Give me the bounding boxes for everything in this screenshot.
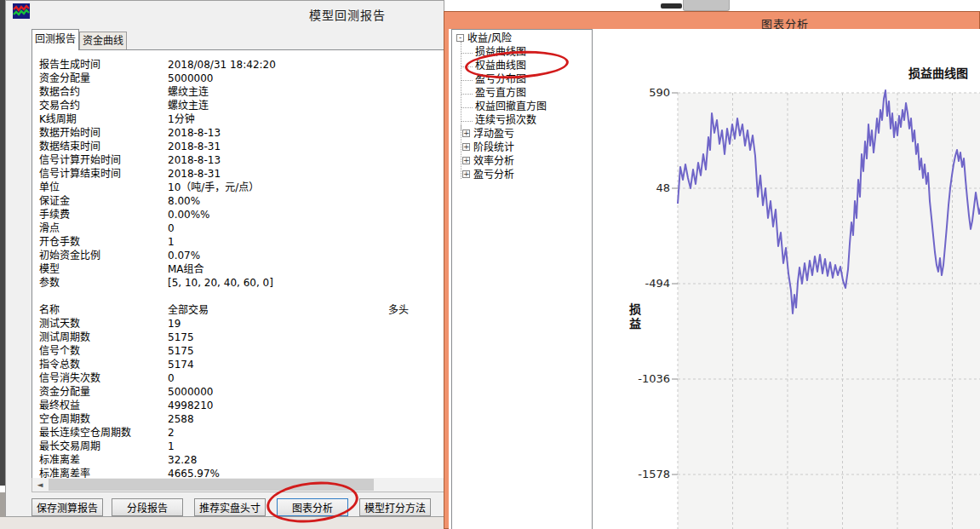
report-field-value: 2588 xyxy=(168,413,194,425)
report-field-value: 螺纹主连 xyxy=(168,83,209,98)
report-row: 数据开始时间2018-8-13 xyxy=(39,124,447,138)
report-field-value: 8.00% xyxy=(168,195,200,207)
report-row: 最终权益4998210 xyxy=(39,397,447,411)
report-field-label: 指令总数 xyxy=(39,356,168,371)
report-row: 最长连续空仓周期数2 xyxy=(39,424,447,438)
report-field-value: 5174 xyxy=(168,359,194,371)
report-field-value: 2018-8-31 xyxy=(168,168,221,180)
chart-analysis-window: 图表分析 -收益/风险损益曲线图权益曲线图盈亏分布图盈亏直方图权益回撤直方图连续… xyxy=(444,11,980,529)
report-field-value: 全部交易 xyxy=(168,302,209,316)
analysis-tree[interactable]: -收益/风险损益曲线图权益曲线图盈亏分布图盈亏直方图权益回撤直方图连续亏损次数+… xyxy=(451,29,593,529)
report-field-value: 0 xyxy=(168,222,175,234)
report-field-label: K线周期 xyxy=(39,111,168,125)
report-field-value: 2018-8-31 xyxy=(168,141,221,152)
report-field-value: [5, 10, 20, 40, 60, 0] xyxy=(168,277,273,289)
report-field-label: 最长交易周期 xyxy=(39,438,168,452)
tree-expand-icon[interactable]: + xyxy=(462,157,470,164)
horizontal-scrollbar[interactable]: ◄ xyxy=(32,478,448,492)
report-field-value: 1 xyxy=(168,440,175,452)
tree-item-collapsed[interactable]: 盈亏分析 xyxy=(473,169,514,181)
tree-connector xyxy=(461,42,461,130)
report-field-label: 标准离差率 xyxy=(39,465,168,479)
report-row: 单位10（吨/手，元/点） xyxy=(39,179,447,193)
plot-area xyxy=(678,93,980,529)
report-row: 空仓周期数2588 xyxy=(39,411,447,424)
report-field-label: 信号计算开始时间 xyxy=(39,152,168,166)
tree-connector xyxy=(461,94,473,95)
report-row: K线周期1分钟 xyxy=(39,111,447,124)
report-field-label: 资金分配量 xyxy=(39,383,168,398)
tree-item-child[interactable]: 连续亏损次数 xyxy=(475,114,536,127)
window-title: 模型回测报告 xyxy=(309,6,386,23)
report-field-value: 螺纹主连 xyxy=(168,97,209,112)
save-report-button[interactable]: 保存测算报告 xyxy=(32,498,103,516)
report-field-value: 0.07% xyxy=(168,250,200,262)
report-field-label: 保证金 xyxy=(39,193,168,207)
report-row: 手续费0.00%% xyxy=(39,206,447,220)
report-field-label: 信号个数 xyxy=(39,342,168,357)
tree-item-collapsed[interactable]: 阶段统计 xyxy=(473,141,514,154)
report-field-label: 最终权益 xyxy=(39,397,168,411)
report-row: 信号计算结束时间2018-8-31 xyxy=(39,165,447,179)
report-row: 指令总数5174 xyxy=(39,356,447,370)
report-field-value: 2018/08/31 18:42:20 xyxy=(168,59,276,71)
report-field-value: 10（吨/手，元/点） xyxy=(168,179,259,193)
tree-expand-icon[interactable]: + xyxy=(462,143,470,151)
report-field-value: 2018-8-13 xyxy=(168,127,221,139)
report-field-label: 测试天数 xyxy=(39,315,168,330)
report-row: 信号消失次数0 xyxy=(39,370,447,383)
report-field-value: 32.28 xyxy=(168,454,197,466)
window-control-fragment[interactable] xyxy=(683,0,730,11)
backtest-report-window: 模型回测报告 回测报告 资金曲线 报告生成时间2018/08/31 18:42:… xyxy=(5,0,444,517)
screen: 模型回测报告 回测报告 资金曲线 报告生成时间2018/08/31 18:42:… xyxy=(0,0,980,529)
tree-connector xyxy=(461,121,473,122)
report-field-label: 信号计算结束时间 xyxy=(39,165,168,180)
report-field-label: 数据合约 xyxy=(39,83,168,98)
model-scoring-button[interactable]: 模型打分方法 xyxy=(359,498,431,516)
report-row: 开仓手数1 xyxy=(39,233,447,247)
tree-item-child[interactable]: 盈亏直方图 xyxy=(475,87,526,100)
report-row: 数据合约螺纹主连 xyxy=(39,83,447,97)
report-row: 测试周期数5175 xyxy=(39,329,447,342)
tree-collapse-icon[interactable]: - xyxy=(456,34,464,42)
tree-item-root[interactable]: 收益/风险 xyxy=(467,32,512,45)
report-field-value: 0 xyxy=(168,372,175,384)
report-field-value: 4998210 xyxy=(168,400,213,411)
tree-connector xyxy=(461,124,461,179)
report-row: 信号个数5175 xyxy=(39,342,447,356)
tab-equity-curve[interactable]: 资金曲线 xyxy=(79,32,127,50)
report-row: 滑点0 xyxy=(39,220,447,233)
report-field-value: 5175 xyxy=(168,345,194,357)
report-field-value: 0.00%% xyxy=(168,209,210,221)
tree-item-collapsed[interactable]: 效率分析 xyxy=(473,155,514,168)
report-row: 资金分配量5000000 xyxy=(39,70,447,83)
report-field-label: 手续费 xyxy=(39,206,168,221)
tree-connector xyxy=(461,53,473,54)
report-field-label: 数据开始时间 xyxy=(39,124,168,139)
report-field-label: 标准离差 xyxy=(39,451,168,466)
scroll-left-arrow-icon[interactable]: ◄ xyxy=(33,479,47,491)
tree-item-collapsed[interactable]: 浮动盈亏 xyxy=(473,128,514,141)
chart-lines-icon xyxy=(13,3,30,19)
tree-expand-icon[interactable]: + xyxy=(462,129,470,137)
minimize-icon[interactable] xyxy=(661,3,682,9)
report-field-label: 测试周期数 xyxy=(39,329,168,343)
tree-expand-icon[interactable]: + xyxy=(462,170,470,178)
profit-loss-curve-chart[interactable] xyxy=(597,46,980,529)
segment-report-button[interactable]: 分段报告 xyxy=(112,498,183,516)
report-field-label: 开仓手数 xyxy=(39,233,168,248)
report-row: 资金分配量5000000 xyxy=(39,383,447,397)
report-field-label: 名称 xyxy=(39,302,168,316)
tree-connector xyxy=(461,80,473,81)
backtest-titlebar[interactable]: 模型回测报告 xyxy=(6,1,444,25)
report-field-label: 参数 xyxy=(39,274,168,289)
report-row: 初始资金比例0.07% xyxy=(39,247,447,261)
tree-connector xyxy=(461,107,473,108)
recommend-position-button[interactable]: 推荐实盘头寸 xyxy=(194,498,266,516)
report-row xyxy=(39,288,447,302)
tree-item-child[interactable]: 权益回撤直方图 xyxy=(475,101,547,113)
report-row: 标准离差率4665.97% xyxy=(39,465,447,479)
report-row: 报告生成时间2018/08/31 18:42:20 xyxy=(39,56,447,70)
report-panel[interactable]: 报告生成时间2018/08/31 18:42:20资金分配量5000000数据合… xyxy=(32,49,448,479)
tab-backtest-report[interactable]: 回测报告 xyxy=(32,29,79,50)
